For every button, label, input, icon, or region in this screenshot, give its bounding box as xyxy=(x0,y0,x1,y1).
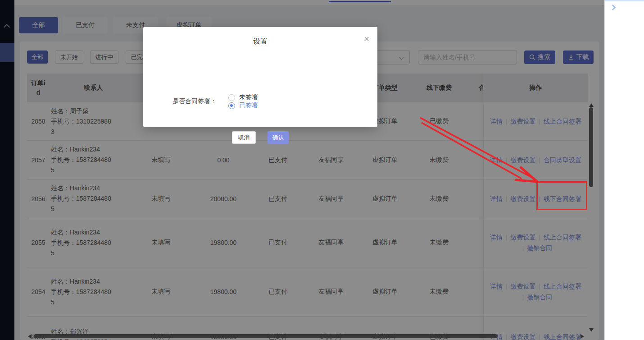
modal-title: 设置 xyxy=(143,37,377,46)
right-panel xyxy=(604,0,644,340)
modal-footer: 取消 确认 xyxy=(143,131,377,144)
radio-label: 未签署 xyxy=(239,93,258,101)
cancel-button[interactable]: 取消 xyxy=(232,131,256,144)
contract-sign-field: 是否合同签署： 未签署已签署 xyxy=(172,93,277,110)
confirm-button[interactable]: 确认 xyxy=(268,131,289,144)
radio-label: 已签署 xyxy=(239,101,258,110)
settings-modal: 设置 × 是否合同签署： 未签署已签署 取消 确认 xyxy=(143,27,377,127)
radio-已签署[interactable]: 已签署 xyxy=(228,101,258,110)
radio-circle-icon xyxy=(228,102,235,109)
close-icon[interactable]: × xyxy=(364,34,369,43)
radio-group: 未签署已签署 xyxy=(228,93,277,110)
radio-circle-icon xyxy=(228,94,235,101)
field-label: 是否合同签署： xyxy=(172,97,217,106)
chevron-right-icon[interactable] xyxy=(610,5,615,10)
radio-未签署[interactable]: 未签署 xyxy=(228,93,258,101)
screen: 全部已支付未支付虚拟订单 全部未开始进行中已完成 搜索 下载 订单id 联系人 … xyxy=(0,0,644,340)
